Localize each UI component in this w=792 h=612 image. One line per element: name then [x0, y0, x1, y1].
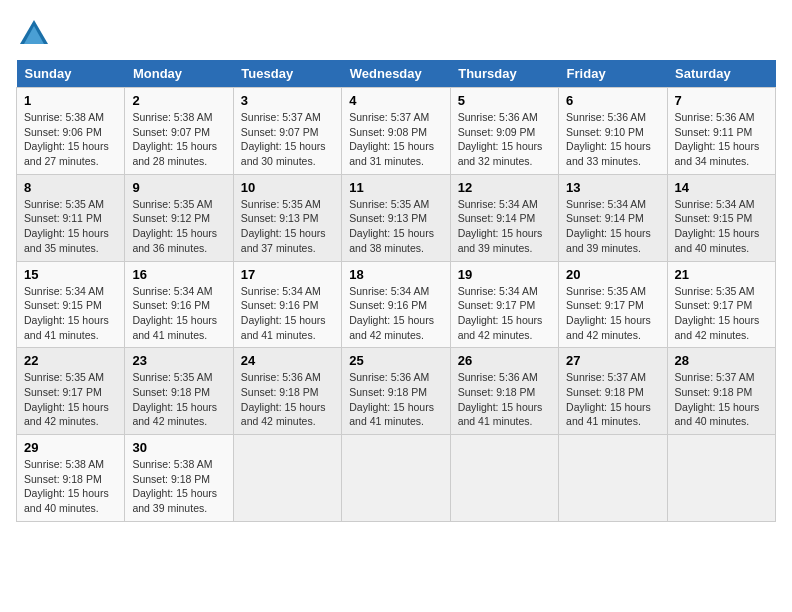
calendar-cell [667, 435, 775, 522]
day-detail: Sunrise: 5:34 AMSunset: 9:14 PMDaylight:… [458, 198, 543, 254]
day-detail: Sunrise: 5:34 AMSunset: 9:16 PMDaylight:… [241, 285, 326, 341]
day-detail: Sunrise: 5:36 AMSunset: 9:18 PMDaylight:… [349, 371, 434, 427]
calendar-cell: 26 Sunrise: 5:36 AMSunset: 9:18 PMDaylig… [450, 348, 558, 435]
day-detail: Sunrise: 5:34 AMSunset: 9:15 PMDaylight:… [675, 198, 760, 254]
day-detail: Sunrise: 5:38 AMSunset: 9:06 PMDaylight:… [24, 111, 109, 167]
day-detail: Sunrise: 5:37 AMSunset: 9:18 PMDaylight:… [675, 371, 760, 427]
calendar-cell [450, 435, 558, 522]
day-detail: Sunrise: 5:34 AMSunset: 9:16 PMDaylight:… [132, 285, 217, 341]
calendar-week-row: 15 Sunrise: 5:34 AMSunset: 9:15 PMDaylig… [17, 261, 776, 348]
day-number: 24 [241, 353, 334, 368]
logo-icon [16, 16, 52, 52]
calendar-cell: 10 Sunrise: 5:35 AMSunset: 9:13 PMDaylig… [233, 174, 341, 261]
calendar-cell: 5 Sunrise: 5:36 AMSunset: 9:09 PMDayligh… [450, 88, 558, 175]
calendar-cell: 3 Sunrise: 5:37 AMSunset: 9:07 PMDayligh… [233, 88, 341, 175]
calendar-cell: 8 Sunrise: 5:35 AMSunset: 9:11 PMDayligh… [17, 174, 125, 261]
day-detail: Sunrise: 5:34 AMSunset: 9:14 PMDaylight:… [566, 198, 651, 254]
calendar-cell: 23 Sunrise: 5:35 AMSunset: 9:18 PMDaylig… [125, 348, 233, 435]
day-number: 13 [566, 180, 659, 195]
calendar-cell: 29 Sunrise: 5:38 AMSunset: 9:18 PMDaylig… [17, 435, 125, 522]
calendar-cell: 17 Sunrise: 5:34 AMSunset: 9:16 PMDaylig… [233, 261, 341, 348]
day-number: 26 [458, 353, 551, 368]
day-detail: Sunrise: 5:38 AMSunset: 9:18 PMDaylight:… [24, 458, 109, 514]
calendar-week-row: 22 Sunrise: 5:35 AMSunset: 9:17 PMDaylig… [17, 348, 776, 435]
weekday-header-cell: Friday [559, 60, 667, 88]
weekday-header-row: SundayMondayTuesdayWednesdayThursdayFrid… [17, 60, 776, 88]
day-detail: Sunrise: 5:38 AMSunset: 9:07 PMDaylight:… [132, 111, 217, 167]
day-detail: Sunrise: 5:35 AMSunset: 9:13 PMDaylight:… [241, 198, 326, 254]
day-number: 21 [675, 267, 768, 282]
day-detail: Sunrise: 5:34 AMSunset: 9:17 PMDaylight:… [458, 285, 543, 341]
day-detail: Sunrise: 5:37 AMSunset: 9:08 PMDaylight:… [349, 111, 434, 167]
day-number: 22 [24, 353, 117, 368]
day-detail: Sunrise: 5:38 AMSunset: 9:18 PMDaylight:… [132, 458, 217, 514]
day-detail: Sunrise: 5:35 AMSunset: 9:17 PMDaylight:… [566, 285, 651, 341]
day-detail: Sunrise: 5:37 AMSunset: 9:07 PMDaylight:… [241, 111, 326, 167]
calendar-cell: 22 Sunrise: 5:35 AMSunset: 9:17 PMDaylig… [17, 348, 125, 435]
calendar-cell: 24 Sunrise: 5:36 AMSunset: 9:18 PMDaylig… [233, 348, 341, 435]
day-detail: Sunrise: 5:35 AMSunset: 9:11 PMDaylight:… [24, 198, 109, 254]
calendar-cell: 25 Sunrise: 5:36 AMSunset: 9:18 PMDaylig… [342, 348, 450, 435]
day-number: 12 [458, 180, 551, 195]
calendar-cell: 21 Sunrise: 5:35 AMSunset: 9:17 PMDaylig… [667, 261, 775, 348]
calendar-cell: 7 Sunrise: 5:36 AMSunset: 9:11 PMDayligh… [667, 88, 775, 175]
day-detail: Sunrise: 5:34 AMSunset: 9:15 PMDaylight:… [24, 285, 109, 341]
day-number: 19 [458, 267, 551, 282]
page-header [16, 16, 776, 52]
calendar-cell: 11 Sunrise: 5:35 AMSunset: 9:13 PMDaylig… [342, 174, 450, 261]
calendar-cell: 30 Sunrise: 5:38 AMSunset: 9:18 PMDaylig… [125, 435, 233, 522]
day-number: 27 [566, 353, 659, 368]
calendar-cell: 6 Sunrise: 5:36 AMSunset: 9:10 PMDayligh… [559, 88, 667, 175]
day-detail: Sunrise: 5:37 AMSunset: 9:18 PMDaylight:… [566, 371, 651, 427]
day-number: 17 [241, 267, 334, 282]
day-number: 20 [566, 267, 659, 282]
day-detail: Sunrise: 5:36 AMSunset: 9:10 PMDaylight:… [566, 111, 651, 167]
day-number: 6 [566, 93, 659, 108]
calendar-cell: 27 Sunrise: 5:37 AMSunset: 9:18 PMDaylig… [559, 348, 667, 435]
day-detail: Sunrise: 5:35 AMSunset: 9:17 PMDaylight:… [24, 371, 109, 427]
calendar-cell: 1 Sunrise: 5:38 AMSunset: 9:06 PMDayligh… [17, 88, 125, 175]
calendar-cell: 16 Sunrise: 5:34 AMSunset: 9:16 PMDaylig… [125, 261, 233, 348]
calendar-cell: 4 Sunrise: 5:37 AMSunset: 9:08 PMDayligh… [342, 88, 450, 175]
day-number: 23 [132, 353, 225, 368]
day-detail: Sunrise: 5:35 AMSunset: 9:18 PMDaylight:… [132, 371, 217, 427]
weekday-header-cell: Wednesday [342, 60, 450, 88]
day-detail: Sunrise: 5:34 AMSunset: 9:16 PMDaylight:… [349, 285, 434, 341]
calendar-cell: 13 Sunrise: 5:34 AMSunset: 9:14 PMDaylig… [559, 174, 667, 261]
day-number: 5 [458, 93, 551, 108]
calendar-cell: 28 Sunrise: 5:37 AMSunset: 9:18 PMDaylig… [667, 348, 775, 435]
day-number: 2 [132, 93, 225, 108]
day-number: 8 [24, 180, 117, 195]
calendar-cell: 14 Sunrise: 5:34 AMSunset: 9:15 PMDaylig… [667, 174, 775, 261]
day-detail: Sunrise: 5:36 AMSunset: 9:11 PMDaylight:… [675, 111, 760, 167]
calendar-body: 1 Sunrise: 5:38 AMSunset: 9:06 PMDayligh… [17, 88, 776, 522]
day-number: 30 [132, 440, 225, 455]
day-detail: Sunrise: 5:35 AMSunset: 9:17 PMDaylight:… [675, 285, 760, 341]
day-number: 14 [675, 180, 768, 195]
calendar-cell: 9 Sunrise: 5:35 AMSunset: 9:12 PMDayligh… [125, 174, 233, 261]
day-number: 15 [24, 267, 117, 282]
weekday-header-cell: Saturday [667, 60, 775, 88]
day-number: 9 [132, 180, 225, 195]
calendar-cell: 20 Sunrise: 5:35 AMSunset: 9:17 PMDaylig… [559, 261, 667, 348]
calendar-table: SundayMondayTuesdayWednesdayThursdayFrid… [16, 60, 776, 522]
day-number: 28 [675, 353, 768, 368]
day-number: 16 [132, 267, 225, 282]
calendar-week-row: 8 Sunrise: 5:35 AMSunset: 9:11 PMDayligh… [17, 174, 776, 261]
weekday-header-cell: Monday [125, 60, 233, 88]
logo [16, 16, 58, 52]
day-number: 7 [675, 93, 768, 108]
day-detail: Sunrise: 5:36 AMSunset: 9:18 PMDaylight:… [458, 371, 543, 427]
calendar-cell [233, 435, 341, 522]
weekday-header-cell: Tuesday [233, 60, 341, 88]
day-number: 10 [241, 180, 334, 195]
weekday-header-cell: Sunday [17, 60, 125, 88]
calendar-cell: 19 Sunrise: 5:34 AMSunset: 9:17 PMDaylig… [450, 261, 558, 348]
day-detail: Sunrise: 5:36 AMSunset: 9:09 PMDaylight:… [458, 111, 543, 167]
day-number: 1 [24, 93, 117, 108]
calendar-cell: 12 Sunrise: 5:34 AMSunset: 9:14 PMDaylig… [450, 174, 558, 261]
calendar-cell: 18 Sunrise: 5:34 AMSunset: 9:16 PMDaylig… [342, 261, 450, 348]
day-detail: Sunrise: 5:35 AMSunset: 9:13 PMDaylight:… [349, 198, 434, 254]
weekday-header-cell: Thursday [450, 60, 558, 88]
day-number: 4 [349, 93, 442, 108]
